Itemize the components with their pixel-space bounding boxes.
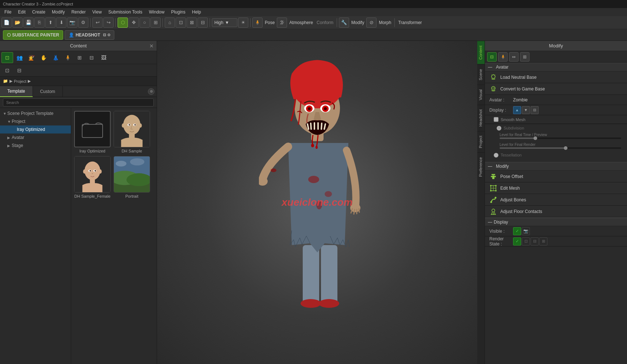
menu-create[interactable]: Create xyxy=(29,9,48,15)
pose-offset-btn[interactable]: Pose Offset xyxy=(485,171,627,182)
render-state-btn3[interactable]: ⊟ xyxy=(531,237,539,245)
side-tab-headshot[interactable]: Headshot xyxy=(477,105,485,131)
avatar-collapse-icon[interactable]: — xyxy=(488,65,492,70)
content-item-iray[interactable]: Iray Optimized xyxy=(74,111,111,153)
side-tab-scene[interactable]: Scene xyxy=(477,64,485,85)
display-collapse-icon[interactable]: — xyxy=(488,220,492,225)
pose-icon[interactable]: 🧍 xyxy=(252,18,263,28)
convert-game-base-btn[interactable]: Convert to Game Base xyxy=(485,83,627,95)
right-icon-arrows[interactable]: ⇔ xyxy=(509,52,519,62)
view2-btn[interactable]: ⊟ xyxy=(198,18,208,28)
menu-submission-tools[interactable]: Submission Tools xyxy=(106,9,145,15)
people-icon-btn[interactable]: 👥 xyxy=(14,52,25,63)
tab-template[interactable]: Template xyxy=(0,86,33,97)
move-btn[interactable]: ✥ xyxy=(129,18,139,28)
content-close-btn[interactable]: ✕ xyxy=(149,43,154,49)
select-btn[interactable]: ⬡ xyxy=(118,18,128,28)
breadcrumb-project[interactable]: Project xyxy=(14,79,26,84)
tree-stage[interactable]: ▶ Stage xyxy=(0,142,71,150)
quality-dropdown[interactable]: High ▼ xyxy=(212,18,237,27)
import-btn[interactable]: ⬇ xyxy=(56,18,66,28)
center-viewport[interactable]: xueiclone.com xyxy=(157,41,477,364)
pose-icon-btn[interactable]: ⊞ xyxy=(74,52,85,63)
open-btn[interactable]: 📂 xyxy=(12,18,23,28)
render-btn[interactable]: ⚙ xyxy=(78,18,88,28)
saveas-btn[interactable]: ⎘ xyxy=(34,18,45,28)
search-input[interactable] xyxy=(3,98,154,107)
atmosphere-icon[interactable]: 🌫 xyxy=(277,18,287,28)
content-item-portrait[interactable]: Portrait xyxy=(114,156,150,198)
modify-icon[interactable]: 🔧 xyxy=(339,18,349,28)
icon2-1[interactable]: ⊡ xyxy=(1,65,13,76)
hair-icon-btn[interactable]: 💇 xyxy=(26,52,37,63)
tessellation-radio[interactable] xyxy=(494,153,498,158)
side-tab-visual[interactable]: Visual xyxy=(477,85,485,105)
framesel-btn[interactable]: ⊠ xyxy=(187,18,197,28)
menu-edit[interactable]: Edit xyxy=(15,9,28,15)
content-item-dh-sample[interactable]: DH Sample xyxy=(114,111,150,153)
load-neutral-base-btn[interactable]: Load Neutral Base xyxy=(485,71,627,83)
new-btn[interactable]: 📄 xyxy=(1,18,12,28)
render-state-btn1[interactable]: ✓ xyxy=(513,237,521,245)
title-text: Character Creator 3 - Zombie.ccProject xyxy=(3,2,73,6)
image-icon-btn[interactable]: 🖼 xyxy=(98,52,110,63)
side-tab-content[interactable]: Content xyxy=(477,41,485,64)
expand-icon: ▼ xyxy=(3,112,7,116)
menu-render[interactable]: Render xyxy=(68,9,88,15)
menu-file[interactable]: File xyxy=(1,9,14,15)
light-btn[interactable]: ☀ xyxy=(238,18,248,28)
tab-custom[interactable]: Custom xyxy=(33,86,63,97)
render-state-btn4[interactable]: ⊞ xyxy=(539,237,547,245)
frameall-btn[interactable]: ⊡ xyxy=(176,18,186,28)
modify-collapse-icon[interactable]: — xyxy=(488,164,492,169)
morph-icon[interactable]: ⊘ xyxy=(366,18,376,28)
display-btn-2[interactable]: ▼ xyxy=(522,106,530,114)
redo-btn[interactable]: ↪ xyxy=(103,18,114,28)
right-icon-figure[interactable]: 🧍 xyxy=(498,52,508,62)
figure-icon-btn[interactable]: 🧍 xyxy=(62,52,73,63)
transformer-label[interactable]: Transformer xyxy=(397,20,423,25)
tree-project[interactable]: ▼ Project xyxy=(0,117,71,125)
substance-painter-btn[interactable]: ⬡ SUBSTANCE PAINTER xyxy=(3,30,63,40)
right-icon-checkerboard[interactable]: ⊞ xyxy=(520,52,529,62)
content-item-dh-female[interactable]: DH Sample_Female xyxy=(74,156,111,198)
clothes-icon-btn[interactable]: 👗 xyxy=(50,52,61,63)
tree-scene-project-template[interactable]: ▼ Scene Project Template xyxy=(0,109,71,117)
save-btn[interactable]: 💾 xyxy=(23,18,34,28)
render-state-btn2[interactable]: ⊡ xyxy=(522,237,530,245)
icon2-2[interactable]: ⊟ xyxy=(14,65,25,76)
tree-iray-optimized[interactable]: Iray Optimized xyxy=(0,125,71,133)
edit-mesh-btn[interactable]: Edit Mesh xyxy=(485,182,627,194)
home-btn[interactable]: ⌂ xyxy=(165,18,175,28)
menu-window[interactable]: Window xyxy=(146,9,168,15)
scene-icon-btn[interactable]: ⊡ xyxy=(1,52,13,63)
camera-btn[interactable]: 📷 xyxy=(67,18,77,28)
subdivision-radio[interactable] xyxy=(497,126,501,131)
smooth-mesh-checkbox[interactable] xyxy=(494,117,498,122)
adjust-bones-btn[interactable]: Adjust Bones xyxy=(485,194,627,206)
tree-avatar[interactable]: ▶ Avatar xyxy=(0,133,71,142)
realtime-slider-thumb[interactable] xyxy=(534,136,537,140)
scale-btn[interactable]: ⊞ xyxy=(150,18,161,28)
export-btn[interactable]: ⬆ xyxy=(45,18,56,28)
tab-options-btn[interactable]: ⊕ xyxy=(148,88,154,95)
conform-label[interactable]: Conform xyxy=(315,20,335,25)
rotate-btn[interactable]: ○ xyxy=(139,18,150,28)
visible-camera-btn[interactable]: 📷 xyxy=(522,227,530,235)
menu-modify[interactable]: Modify xyxy=(49,9,68,15)
light-icon-btn[interactable]: ⊟ xyxy=(86,52,98,63)
right-icon-sliders[interactable]: ⊟ xyxy=(487,52,497,62)
visible-on-btn[interactable]: ✓ xyxy=(513,227,521,235)
display-btn-3[interactable]: ⊟ xyxy=(531,106,539,114)
display-btn-1[interactable]: ▲ xyxy=(513,106,521,114)
menu-help[interactable]: Help xyxy=(189,9,204,15)
side-tab-preference[interactable]: Preference xyxy=(477,152,485,181)
final-slider-thumb[interactable] xyxy=(564,146,567,150)
menu-plugins[interactable]: Plugins xyxy=(168,9,188,15)
adjust-floor-contacts-btn[interactable]: Adjust Floor Contacts xyxy=(485,206,627,217)
hand-icon-btn[interactable]: ✋ xyxy=(38,52,49,63)
undo-btn[interactable]: ↩ xyxy=(92,18,103,28)
side-tab-project[interactable]: Project xyxy=(477,131,485,152)
headshot-btn[interactable]: 👤 HEADSHOT ⊡ ⊙ xyxy=(65,30,114,40)
menu-view[interactable]: View xyxy=(89,9,105,15)
